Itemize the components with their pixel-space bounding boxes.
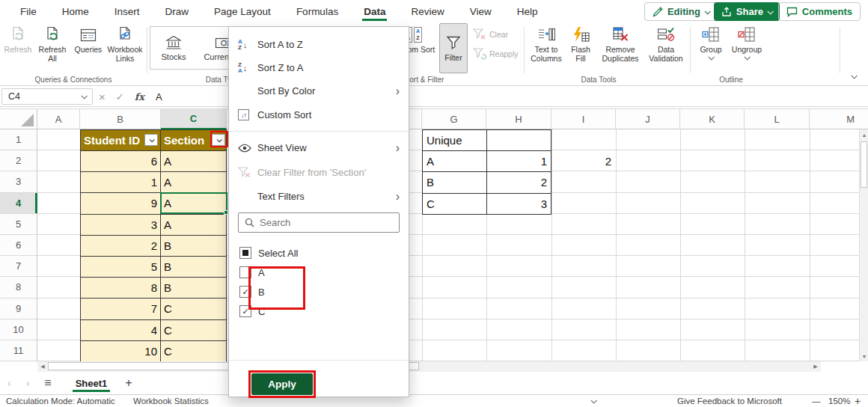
- checkbox-row-select-all[interactable]: Select All: [229, 243, 409, 263]
- formula-input[interactable]: A: [156, 86, 162, 107]
- filter-search-box[interactable]: [238, 212, 400, 233]
- fx-icon[interactable]: fx: [135, 91, 144, 102]
- filter-ribbon-button[interactable]: Filter: [439, 23, 468, 73]
- text-to-columns-button[interactable]: Text to Columns: [527, 25, 566, 63]
- column-header-I[interactable]: I: [551, 109, 616, 129]
- cell-B11[interactable]: 10: [80, 341, 161, 362]
- menu-home[interactable]: Home: [49, 0, 102, 22]
- vertical-scroll-thumb[interactable]: [861, 141, 867, 188]
- cell-H4[interactable]: 3: [487, 194, 551, 215]
- clear-filter-button[interactable]: Clear: [473, 28, 508, 40]
- cell-B7[interactable]: 5: [80, 257, 161, 278]
- refresh-button[interactable]: Refresh: [1, 25, 34, 54]
- scroll-up-icon[interactable]: ▲: [860, 129, 868, 140]
- row-header-7[interactable]: 7: [0, 256, 37, 277]
- column-header-J[interactable]: J: [616, 109, 680, 129]
- cell-H3[interactable]: 2: [487, 172, 551, 193]
- data-validation-button[interactable]: Data Validation: [645, 25, 687, 63]
- search-input[interactable]: [260, 217, 387, 228]
- comments-button[interactable]: Comments: [778, 2, 861, 21]
- menu-insert[interactable]: Insert: [102, 0, 153, 22]
- menu-page-layout[interactable]: Page Layout: [201, 0, 284, 22]
- column-header-L[interactable]: L: [745, 109, 810, 129]
- menu-review[interactable]: Review: [398, 0, 456, 22]
- chevron-down-icon[interactable]: [708, 54, 714, 60]
- chevron-down-icon[interactable]: [744, 54, 750, 60]
- status-chevron-down-icon[interactable]: [590, 397, 596, 403]
- cell-G2[interactable]: A: [423, 151, 487, 172]
- cell-B5[interactable]: 3: [80, 215, 161, 236]
- menu-item-sort-a-to-z[interactable]: AZ↓ Sort A to Z: [229, 33, 409, 56]
- enter-check-icon[interactable]: ✓: [116, 91, 124, 102]
- cell-C8[interactable]: B: [161, 278, 227, 299]
- menu-draw[interactable]: Draw: [153, 0, 202, 22]
- active-cell-C4[interactable]: [160, 192, 227, 214]
- table-header-student-id[interactable]: Student ID: [80, 130, 161, 151]
- cell-B10[interactable]: 4: [80, 320, 161, 341]
- row-header-9[interactable]: 9: [0, 299, 37, 319]
- menu-item-custom-sort[interactable]: ↓↑ Custom Sort: [229, 102, 409, 127]
- vertical-scrollbar[interactable]: ▲ ▼: [859, 129, 868, 361]
- stocks-button[interactable]: Stocks: [150, 27, 197, 69]
- cell-I2[interactable]: 2: [551, 150, 611, 171]
- menu-item-sort-z-to-a[interactable]: ZA↓ Sort Z to A: [229, 56, 409, 79]
- cell-C3[interactable]: A: [161, 172, 227, 193]
- feedback-link[interactable]: Give Feedback to Microsoft: [677, 397, 782, 406]
- menu-item-sort-by-color[interactable]: Sort By Color ›: [229, 79, 409, 102]
- row-header-1[interactable]: 1: [0, 129, 37, 150]
- cell-G4[interactable]: C: [423, 194, 487, 215]
- reapply-filter-button[interactable]: Reapply: [473, 48, 519, 60]
- remove-duplicates-button[interactable]: Remove Duplicates: [597, 25, 644, 63]
- cell-B8[interactable]: 8: [80, 278, 161, 299]
- menu-item-clear-filter[interactable]: Clear Filter from 'Section': [229, 160, 409, 185]
- select-all-corner[interactable]: [0, 109, 37, 129]
- student-id-filter-dropdown-button[interactable]: [144, 134, 158, 146]
- cell-C10[interactable]: C: [161, 320, 227, 341]
- sheet-tab-sheet1[interactable]: Sheet1: [65, 372, 118, 394]
- column-header-C[interactable]: C: [161, 109, 227, 129]
- cell-H1[interactable]: [487, 130, 551, 151]
- column-header-B[interactable]: B: [80, 109, 161, 129]
- calculation-mode-status[interactable]: Calculation Mode: Automatic: [6, 397, 115, 406]
- cell-B4[interactable]: 9: [80, 193, 161, 214]
- cell-G3[interactable]: B: [423, 172, 487, 193]
- menu-file[interactable]: File: [7, 0, 49, 22]
- cell-C2[interactable]: A: [161, 151, 227, 172]
- chevron-down-icon[interactable]: [81, 93, 87, 99]
- row-header-8[interactable]: 8: [0, 277, 37, 298]
- menu-item-text-filters[interactable]: Text Filters ›: [229, 185, 409, 208]
- ungroup-button[interactable]: Ungroup: [727, 25, 766, 60]
- column-header-M[interactable]: M: [810, 109, 859, 129]
- row-header-2[interactable]: 2: [0, 150, 37, 171]
- queries-button[interactable]: Queries: [72, 25, 105, 54]
- cell-C11[interactable]: C: [161, 341, 227, 362]
- zoom-level[interactable]: 150%: [828, 397, 850, 406]
- column-header-K[interactable]: K: [680, 109, 745, 129]
- row-header-10[interactable]: 10: [0, 319, 37, 340]
- cell-B9[interactable]: 7: [80, 299, 161, 319]
- menu-help[interactable]: Help: [504, 0, 551, 22]
- sheet-nav-right-icon[interactable]: ›: [19, 377, 37, 389]
- cell-G1[interactable]: Unique: [423, 130, 487, 151]
- cell-B6[interactable]: 2: [80, 236, 161, 257]
- group-button[interactable]: Group: [694, 25, 727, 60]
- share-button[interactable]: Share: [714, 2, 780, 21]
- menu-view[interactable]: View: [457, 0, 504, 22]
- row-header-3[interactable]: 3: [0, 171, 37, 192]
- flash-fill-button[interactable]: Flash Fill: [566, 25, 596, 63]
- column-header-G[interactable]: G: [422, 109, 486, 129]
- cell-C5[interactable]: A: [161, 215, 227, 236]
- row-header-6[interactable]: 6: [0, 235, 37, 256]
- scroll-right-icon[interactable]: ▶: [810, 361, 821, 372]
- ribbon-collapse-chevron-icon[interactable]: [851, 73, 857, 79]
- horizontal-scrollbar[interactable]: ◀ ▶: [37, 361, 821, 372]
- row-header-4[interactable]: 4: [0, 193, 37, 214]
- cancel-icon[interactable]: ×: [99, 91, 106, 103]
- new-sheet-button[interactable]: +: [117, 376, 139, 390]
- row-header-11[interactable]: 11: [0, 340, 37, 361]
- menu-data[interactable]: Data: [351, 0, 398, 22]
- row-header-5[interactable]: 5: [0, 214, 37, 235]
- editing-mode-button[interactable]: Editing: [644, 2, 718, 21]
- cell-B2[interactable]: 6: [80, 151, 161, 172]
- select-all-checkbox-indeterminate[interactable]: [239, 247, 251, 259]
